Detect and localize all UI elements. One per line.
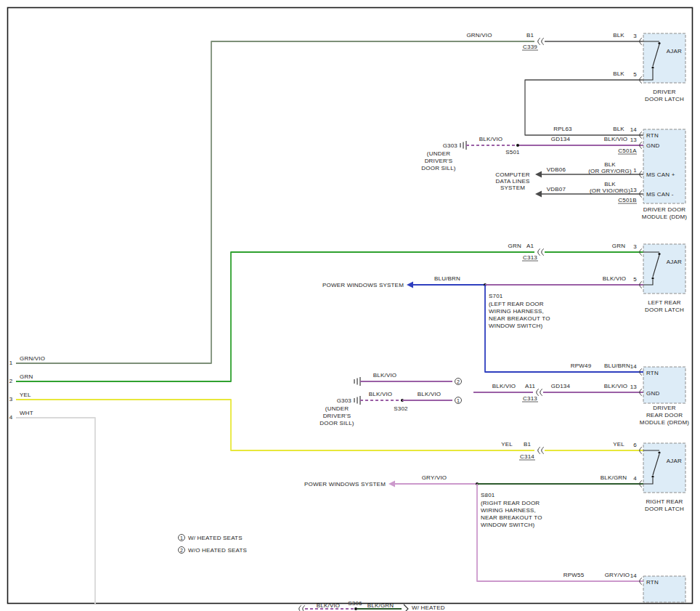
- system-label: SYSTEM: [500, 185, 525, 191]
- splice-name: S302: [394, 405, 408, 412]
- component-name: DOOR LATCH: [645, 506, 684, 512]
- component-name: REAR DOOR: [646, 412, 683, 418]
- connector-name: C313: [523, 395, 537, 402]
- wire-label: BLK/GRN: [601, 474, 627, 481]
- component-name: RIGHT REAR: [646, 498, 683, 505]
- wire-label: BLK/VIO: [373, 372, 397, 379]
- connector-name: C339: [523, 44, 537, 50]
- circuit-number: RPW55: [563, 572, 585, 578]
- component-name: LEFT REAR: [648, 299, 681, 306]
- pin-number: 4: [9, 414, 13, 421]
- footnote-text: W/ HEATED SEATS: [188, 535, 243, 541]
- harness-wires: [16, 41, 534, 604]
- driver-door-latch: AJAR DRIVER DOOR LATCH: [643, 33, 685, 102]
- wire-label: GRY/VIO: [605, 572, 630, 578]
- driver-door-latch-circuit: GRN/VIO B1 C339 BLK 3 BLK 5: [466, 32, 643, 135]
- ajar-switch-label: AJAR: [667, 48, 682, 54]
- module-pin-label: MS CAN +: [646, 171, 675, 178]
- wire-label: BLK: [604, 161, 616, 168]
- circuit-number: VDB07: [547, 186, 566, 193]
- ground-location: DRIVER'S: [425, 158, 453, 164]
- left-connector-pins: 1 GRN/VIO 2 GRN 3 YEL 4 WHT: [9, 355, 46, 421]
- left-rear-latch-circuit: GRN A1 C313 GRN 3 POWER WINDOWS SYSTEM B…: [322, 243, 643, 372]
- module-pin-label: RTN: [646, 370, 659, 376]
- inline-connector-icon: [542, 38, 544, 44]
- ground-icon: [460, 141, 466, 150]
- contact-dot: [658, 253, 660, 255]
- driver-door-module-circuit: RPL63 BLK 14 GD134 BLK/VIO 13 C501A G303…: [421, 126, 643, 203]
- pin-number: 2: [9, 378, 13, 384]
- pin-number: 14: [630, 363, 638, 370]
- component-box: [643, 33, 685, 83]
- pin-number: 6: [633, 442, 637, 448]
- wire-label: BLK: [613, 126, 624, 132]
- pin-number: 5: [633, 276, 637, 283]
- ground-icon: [354, 377, 360, 386]
- driver-rear-door-module: RTN GND DRIVER REAR DOOR MODULE (DRDM): [640, 367, 690, 426]
- bottom-rtn-module: RTN: [643, 576, 685, 602]
- splice-location: NEAR BREAKOUT TO: [481, 514, 542, 521]
- wire-color-label: GRN: [20, 373, 33, 380]
- wire-label: BLK: [613, 32, 624, 39]
- off-page-arrow-icon: [535, 191, 542, 198]
- wire-label: BLU/BRN: [434, 275, 460, 282]
- pin-number: 3: [9, 396, 13, 402]
- circuit-number: GD134: [551, 383, 571, 389]
- ground-location: DOOR SILL): [320, 420, 354, 426]
- wire-color-label: YEL: [20, 392, 31, 398]
- wire-label: (OR GRY/ORG): [588, 168, 632, 174]
- wiring-diagram-canvas: 1 GRN/VIO 2 GRN 3 YEL 4 WHT GRN/VIO B1 C…: [0, 0, 700, 611]
- splice-location: NEAR BREAKOUT TO: [489, 315, 550, 322]
- connector-pin-label: B1: [526, 32, 534, 39]
- connector-name: C314: [520, 453, 534, 460]
- wire-label: GRN: [612, 243, 625, 249]
- footnote-text: W/O HEATED SEATS: [188, 547, 247, 554]
- right-rear-door-latch: AJAR RIGHT REAR DOOR LATCH: [643, 443, 685, 512]
- component-name: DRIVER DOOR: [643, 206, 686, 213]
- left-rear-door-latch: AJAR LEFT REAR DOOR LATCH: [643, 244, 685, 313]
- module-pin-label: MS CAN -: [646, 191, 674, 198]
- connector-pin-label: A1: [526, 243, 534, 249]
- splice-dot: [354, 607, 357, 610]
- splice-location: WIRING HARNESS,: [489, 308, 544, 315]
- connector-pin-label: A11: [525, 383, 536, 389]
- contact-dot: [651, 277, 654, 279]
- inline-connector-icon: [538, 447, 540, 453]
- splice-name: S306: [348, 600, 362, 607]
- off-page-arrow-icon: [535, 171, 542, 178]
- contact-dot: [658, 451, 660, 453]
- inline-connector-icon: [303, 605, 305, 611]
- wire-grn-vio: [16, 41, 534, 363]
- pin-number: 1: [633, 167, 637, 174]
- right-rear-latch-circuit: YEL B1 C314 YEL 6 POWER WINDOWS SYSTEM G…: [304, 441, 643, 585]
- circuit-number: RPL63: [553, 126, 572, 132]
- pin-number: 13: [630, 384, 638, 390]
- off-page-arrow-icon: [407, 282, 413, 288]
- contact-dot: [651, 66, 654, 68]
- module-pin-label: RTN: [646, 579, 659, 586]
- pin-number: 1: [9, 360, 13, 366]
- pin-number: 5: [633, 71, 637, 78]
- wire-wht: [16, 418, 95, 604]
- component-name: DRIVER: [653, 405, 675, 411]
- inline-connector-icon: [542, 447, 544, 453]
- inline-connector-icon: [538, 38, 540, 44]
- module-pin-label: GND: [646, 142, 659, 149]
- wire-label: GRY/VIO: [422, 474, 447, 481]
- system-label: COMPUTER: [495, 171, 529, 178]
- connector-name: C313: [523, 254, 537, 261]
- wire-color-label: WHT: [20, 410, 33, 416]
- wire-label: BLK/VIO: [317, 602, 341, 609]
- pin-number: 3: [633, 243, 637, 250]
- inline-connector-icon: [540, 389, 542, 395]
- wire-label: BLU/BRN: [604, 363, 630, 369]
- module-pin-label: GND: [646, 390, 659, 397]
- splice-dot: [516, 144, 519, 147]
- wire-gry-vio-return: [477, 484, 643, 581]
- wire-label: GRN/VIO: [466, 32, 492, 39]
- ajar-switch-label: AJAR: [667, 458, 682, 464]
- component-name: MODULE (DRDM): [640, 419, 690, 426]
- option-marker: 1: [457, 398, 460, 403]
- contact-dot: [658, 42, 660, 44]
- wire-yel: [16, 400, 534, 450]
